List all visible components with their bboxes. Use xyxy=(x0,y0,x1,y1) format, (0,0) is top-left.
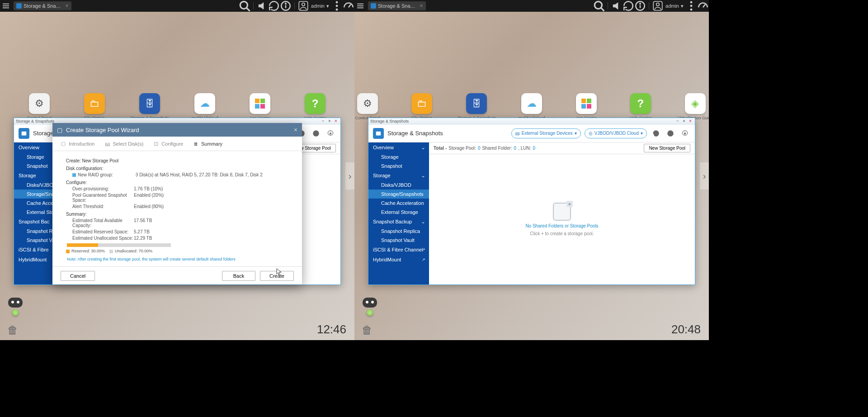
desktop-pager-right[interactable]: › xyxy=(700,162,709,190)
desktop-icon-app-center[interactable]: App Center xyxy=(246,93,274,120)
user-icon[interactable] xyxy=(652,0,664,12)
info-icon[interactable] xyxy=(280,0,292,12)
window-maximize-button[interactable]: + xyxy=(681,118,687,124)
window-titlebar[interactable]: Storage & Snapshots − + × xyxy=(368,118,695,124)
desktop-icon-virtualization-guide[interactable]: ◈Virtualization Guide xyxy=(682,93,709,120)
dashboard-icon[interactable] xyxy=(697,0,709,12)
app-icon xyxy=(16,3,22,9)
desktop-icon-app-center[interactable]: App Center xyxy=(573,93,599,120)
new-storage-pool-button[interactable]: New Storage Pool xyxy=(644,144,690,152)
sidebar-item-disks[interactable]: Disks/VJBOD xyxy=(368,180,429,190)
main-menu-button[interactable] xyxy=(354,0,366,12)
sidebar-overview[interactable]: Overview xyxy=(368,142,429,152)
desktop-icon-storage-snapshots[interactable]: 🗄Storage & Snapshots xyxy=(136,93,163,120)
assistant-robot-icon[interactable] xyxy=(7,298,24,319)
window-minimize-button[interactable]: − xyxy=(321,118,326,124)
refresh-icon[interactable] xyxy=(651,128,661,139)
desktop-icon-file-station[interactable]: 🗀File Station xyxy=(81,93,108,120)
config-row: Over-provisioning:1.76 TB (10%) xyxy=(66,186,288,191)
vjbod-dropdown[interactable]: ◎VJBOD/VJBOD Cloud▾ xyxy=(585,128,647,138)
config-row: Pool Guaranteed Snapshot Space:Enabled (… xyxy=(66,193,288,203)
totals-lun-value: 0 xyxy=(533,146,536,151)
sidebar-item-snapshot[interactable]: Snapshot xyxy=(368,161,429,171)
window-close-button[interactable]: × xyxy=(688,118,693,124)
sidebar-item-external[interactable]: External Storage xyxy=(368,208,429,217)
letterbox-bottom xyxy=(0,340,868,417)
sidebar-item-cache[interactable]: Cache Acceleration xyxy=(368,199,429,208)
empty-state-subtext: Click + to create a storage pool. xyxy=(530,231,594,236)
desktop-icon-myqnapcloud[interactable]: ☁myQNAPcloud xyxy=(518,93,545,120)
trash-icon[interactable]: 🗑 xyxy=(7,324,18,336)
wizard-titlebar[interactable]: ▢ Create Storage Pool Wizard × xyxy=(52,123,302,137)
window-minimize-button[interactable]: − xyxy=(675,118,680,124)
external-storage-dropdown[interactable]: 🖴External Storage Devices▾ xyxy=(511,128,581,138)
desktop-icon-storage-snapshots[interactable]: 🗄Storage & Snapshots xyxy=(463,93,490,120)
user-icon[interactable] xyxy=(297,0,309,12)
tab-close-button[interactable]: × xyxy=(66,3,69,9)
svg-point-11 xyxy=(336,5,338,7)
main-menu-button[interactable] xyxy=(0,0,12,12)
totals-sp-label: Storage Pool: xyxy=(448,146,476,151)
desktop-icon-control-panel[interactable]: ⚙Control Panel xyxy=(354,93,381,120)
config-row: Alert Threshold:Enabled (80%) xyxy=(66,204,288,209)
window-maximize-button[interactable]: + xyxy=(327,118,332,124)
sidebar-hybridmount[interactable]: HybridMount xyxy=(368,255,429,265)
cancel-button[interactable]: Cancel xyxy=(61,271,95,281)
desktop-icon-help-center[interactable]: ?Help Center xyxy=(627,93,654,120)
volume-icon[interactable] xyxy=(611,0,623,12)
create-button[interactable]: Create xyxy=(260,271,294,281)
configure-label: Configure: xyxy=(66,180,288,185)
refresh-icon[interactable] xyxy=(268,0,280,12)
more-icon[interactable] xyxy=(685,0,697,12)
svg-rect-1 xyxy=(3,5,9,6)
wizard-step-summary: 🗎Summary xyxy=(189,140,225,147)
window-close-button[interactable]: × xyxy=(333,118,339,124)
help-icon[interactable]: ? xyxy=(665,128,676,139)
user-dropdown[interactable]: admin▾ xyxy=(309,3,331,9)
clock: 20:48 xyxy=(671,322,701,336)
sidebar-item-storage-snapshots[interactable]: Storage/Snapshots xyxy=(368,190,429,199)
help-icon[interactable]: ? xyxy=(311,128,321,139)
desktop-icon-myqnapcloud[interactable]: ☁myQNAPcloud xyxy=(191,93,218,120)
desktop-icon-control-panel[interactable]: ⚙Control Panel xyxy=(26,93,53,120)
settings-icon[interactable] xyxy=(325,128,336,139)
svg-point-27 xyxy=(656,3,660,6)
sidebar-storage[interactable]: Storage xyxy=(368,171,429,180)
totals-prefix: Total - xyxy=(434,146,447,151)
window-title: Storage & Snapshots xyxy=(16,119,54,123)
refresh-icon[interactable] xyxy=(623,0,634,12)
desktop-icon-help-center[interactable]: ?Help Center xyxy=(302,93,329,120)
tab-close-button[interactable]: × xyxy=(420,3,423,9)
sidebar-item-snapshot-vault[interactable]: Snapshot Vault xyxy=(368,236,429,245)
wizard-step-configure: ◫Configure xyxy=(150,140,186,147)
svg-line-4 xyxy=(247,8,250,11)
sidebar-item-snapshot-replica[interactable]: Snapshot Replica xyxy=(368,227,429,236)
taskbar-app-tab[interactable]: Storage & Sna… × xyxy=(368,1,426,10)
dashboard-icon[interactable] xyxy=(343,0,354,12)
more-icon[interactable] xyxy=(331,0,343,12)
svg-rect-32 xyxy=(376,131,381,135)
info-icon[interactable] xyxy=(634,0,646,12)
taskbar-app-tab[interactable]: Storage & Sna… × xyxy=(14,1,71,10)
capacity-bar-reserved xyxy=(67,243,98,247)
svg-line-13 xyxy=(349,5,351,8)
search-icon[interactable] xyxy=(593,0,605,12)
search-icon[interactable] xyxy=(239,0,250,12)
totals-bar: Total - Storage Pool: 0 Shared Folder: 0… xyxy=(429,142,695,154)
desktop-icon-file-station[interactable]: 🗀File Station xyxy=(409,93,435,120)
trash-icon[interactable]: 🗑 xyxy=(362,324,373,336)
assistant-robot-icon[interactable] xyxy=(362,298,378,319)
desktop-pager-right[interactable]: › xyxy=(345,162,354,190)
svg-rect-18 xyxy=(357,4,363,5)
sidebar-item-storage[interactable]: Storage xyxy=(368,152,429,161)
settings-icon[interactable] xyxy=(679,128,690,139)
wizard-close-button[interactable]: × xyxy=(294,126,297,133)
svg-point-12 xyxy=(336,9,338,11)
user-dropdown[interactable]: admin▾ xyxy=(664,3,685,9)
sidebar-snapshot-backup[interactable]: Snapshot Backup xyxy=(368,217,429,227)
empty-state-icon[interactable] xyxy=(553,203,571,221)
sidebar-iscsi[interactable]: iSCSI & Fibre Channel xyxy=(368,245,429,255)
storage-snapshots-window: Storage & Snapshots − + × Storage & Snap… xyxy=(368,118,695,285)
volume-icon[interactable] xyxy=(256,0,268,12)
back-button[interactable]: Back xyxy=(222,271,255,281)
